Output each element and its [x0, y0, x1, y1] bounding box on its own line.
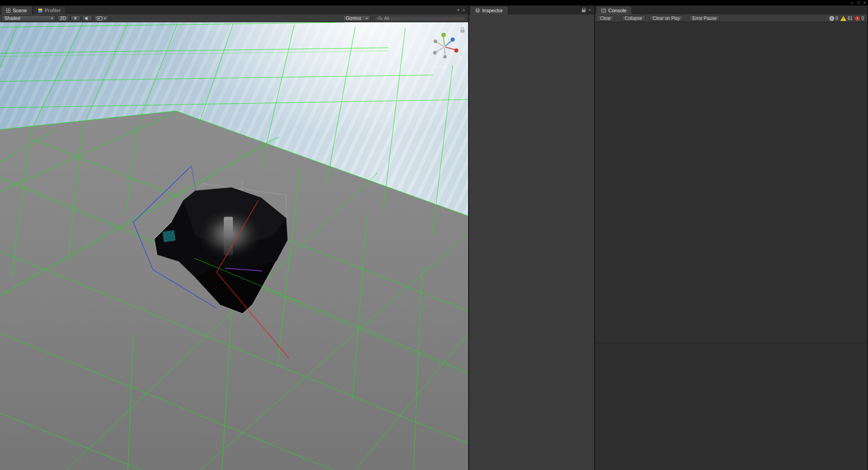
info-icon [829, 16, 834, 21]
console-badges: 0 61 0 [829, 16, 865, 21]
shading-mode-dropdown[interactable]: Shaded ▾ [2, 15, 56, 21]
error-pause-label: Error Pause [692, 16, 717, 21]
axis-z-cone[interactable] [450, 37, 454, 41]
collapse-button[interactable]: Collapse [621, 15, 646, 21]
maximize-button[interactable]: □ [857, 0, 859, 5]
unity-editor-window: ─ □ × Scene Profiler ▾ ≡ Shaded ▾ [0, 0, 868, 470]
tab-scene[interactable]: Scene [1, 6, 32, 15]
gizmos-dropdown[interactable]: Gizmos ▾ [343, 15, 370, 21]
axis-y-label: y [440, 27, 443, 32]
axis-x-cone[interactable] [454, 48, 458, 52]
tab-console[interactable]: Console [596, 6, 632, 15]
tab-inspector[interactable]: Inspector [470, 6, 508, 15]
error-pause-button[interactable]: Error Pause [689, 15, 720, 21]
sun-icon: ☀ [73, 16, 78, 21]
2d-label: 2D [60, 16, 66, 21]
axis-neg-cone[interactable] [434, 40, 437, 43]
console-tab-label: Console [608, 8, 626, 13]
chevron-down-icon: ▾ [51, 17, 53, 20]
console-tab-icon [601, 9, 606, 13]
warning-icon [840, 16, 846, 21]
axis-z-label: z [456, 32, 458, 37]
scene-search-input[interactable]: All [374, 16, 465, 21]
inspector-panel: Inspector ≡ [469, 5, 594, 470]
effects-dropdown-button[interactable]: ▾ [94, 15, 109, 21]
search-filter-value: All [384, 16, 389, 21]
info-count: 0 [836, 16, 838, 21]
tab-profiler[interactable]: Profiler [33, 6, 66, 15]
inspector-tab-icon [475, 8, 480, 13]
minimize-button[interactable]: ─ [851, 0, 853, 5]
scene-panel: Scene Profiler ▾ ≡ Shaded ▾ 2D ☀ [0, 5, 468, 470]
shading-mode-label: Shaded [5, 16, 20, 21]
window-titlebar: ─ □ × [0, 0, 868, 5]
chevron-down-icon: ▾ [366, 17, 368, 20]
axis-neg-cone[interactable] [443, 55, 446, 58]
inspector-tabbar: Inspector ≡ [469, 5, 594, 15]
speaker-icon [85, 16, 90, 21]
console-panel: Console Clear Collapse Clear on Play Err… [595, 5, 867, 470]
pane-dropdown-icon[interactable]: ▾ [457, 8, 459, 12]
axis-gizmo[interactable]: y z x Persp [433, 27, 462, 69]
clear-on-play-label: Clear on Play [653, 16, 680, 21]
clear-label: Clear [600, 16, 611, 21]
info-count-toggle[interactable]: 0 [829, 16, 838, 21]
clear-on-play-button[interactable]: Clear on Play [650, 15, 683, 21]
scene-tabbar: Scene Profiler ▾ ≡ [0, 5, 468, 15]
chevron-down-icon: ▾ [104, 17, 106, 20]
error-icon [855, 16, 860, 21]
inspector-tab-label: Inspector [482, 8, 503, 13]
profiler-tab-icon [38, 9, 42, 13]
scene-toolbar: Shaded ▾ 2D ☀ ▾ Gizmos ▾ [0, 15, 468, 22]
console-toolbar: Clear Collapse Clear on Play Error Pause… [595, 15, 867, 22]
clear-button[interactable]: Clear [597, 15, 614, 21]
camera-projection-label[interactable]: Persp [435, 64, 447, 69]
axis-x-label: x [460, 51, 462, 56]
toolbar-separator [110, 16, 111, 21]
search-icon [378, 16, 382, 20]
pane-menu-icon[interactable]: ≡ [589, 8, 591, 12]
axis-y-cone[interactable] [441, 33, 446, 37]
error-count-toggle[interactable]: 0 [855, 16, 864, 21]
lighting-toggle-button[interactable]: ☀ [71, 15, 81, 21]
console-detail-pane[interactable] [595, 343, 867, 470]
viewport-lock-icon[interactable] [460, 28, 464, 33]
warning-count-toggle[interactable]: 61 [840, 16, 853, 21]
collapse-label: Collapse [625, 16, 642, 21]
profiler-tab-label: Profiler [45, 8, 61, 13]
inspector-body[interactable] [469, 15, 594, 470]
window-controls: ─ □ × [851, 0, 866, 5]
error-count: 0 [861, 16, 864, 21]
pane-menu-icon[interactable]: ≡ [463, 8, 465, 12]
warning-count: 61 [848, 16, 853, 21]
2d-toggle-button[interactable]: 2D [57, 15, 69, 21]
console-log-list[interactable] [595, 22, 867, 470]
toolbar-separator [372, 16, 373, 21]
console-tabbar: Console [595, 5, 867, 15]
cyan-patch [162, 230, 176, 242]
audio-toggle-button[interactable] [82, 15, 92, 21]
lock-icon[interactable] [582, 10, 585, 12]
gizmos-label: Gizmos [346, 16, 361, 21]
scene-tab-icon [6, 9, 10, 13]
image-icon [97, 16, 102, 20]
scene-tab-label: Scene [13, 8, 27, 13]
axis-neg-cone[interactable] [433, 51, 437, 55]
close-button[interactable]: × [863, 0, 866, 5]
scene-viewport[interactable]: y z x Persp [0, 22, 468, 470]
axis-hub[interactable] [444, 46, 446, 48]
